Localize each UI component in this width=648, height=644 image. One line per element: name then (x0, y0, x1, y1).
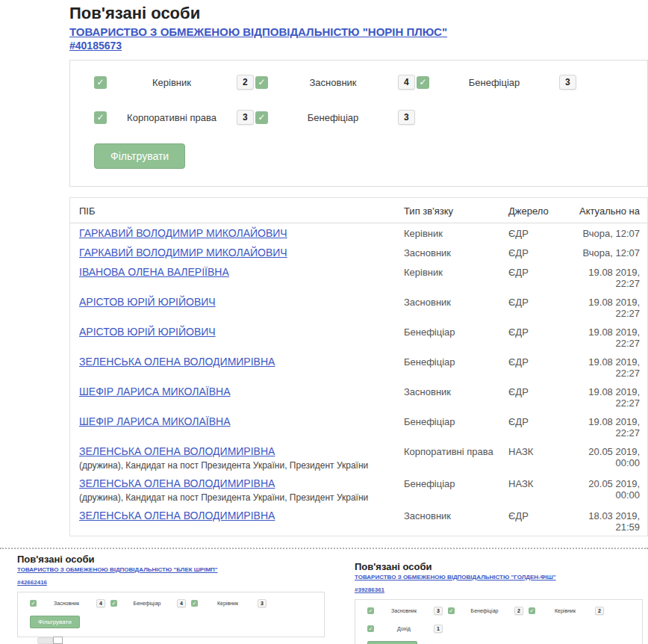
filter-options: ✓Засновник3✓Бенефіціар2✓Керівник2✓Дохід1 (367, 607, 638, 633)
company-code-link[interactable]: #39286361 (355, 586, 384, 594)
table-row: ШЕФІР ЛАРИСА МИКОЛАЇВНАБенефіціарЄДР19.0… (70, 412, 647, 442)
checkbox-checked[interactable]: ✓ (255, 76, 268, 89)
actual-date: 19.08 2019, 22:27 (579, 355, 640, 379)
bottom-panels: Пов'язані особи ТОВАРИСТВО З ОБМЕЖЕНОЮ В… (0, 549, 648, 644)
source: ЄДР (508, 385, 579, 397)
person-link[interactable]: ШЕФІР ЛАРИСА МИКОЛАЇВНА (79, 415, 231, 427)
person-name-cell: ШЕФІР ЛАРИСА МИКОЛАЇВНА (79, 385, 404, 398)
panel-title: Пов'язані особи (355, 561, 643, 572)
cutoff-box (53, 637, 63, 644)
person-link[interactable]: ЗЕЛЕНСЬКА ОЛЕНА ВОЛОДИМИРІВНА (79, 445, 275, 457)
related-persons-section-golden-fish: Пов'язані особи ТОВАРИСТВО З ОБМЕЖЕНОЮ В… (355, 561, 643, 644)
checkbox-checked[interactable]: ✓ (417, 76, 429, 89)
relation-type: Бенефіціар (404, 325, 508, 338)
filter-count-badge: 4 (398, 75, 415, 90)
company-code-link[interactable]: #40185673 (69, 40, 122, 52)
source: ЄДР (508, 226, 579, 239)
relation-type: Засновник (404, 509, 508, 521)
table-body: ГАРКАВИЙ ВОЛОДИМИР МИКОЛАЙОВИЧКерівникЄД… (70, 223, 647, 536)
source: НАЗК (508, 445, 579, 457)
relation-type: Бенефіціар (404, 477, 508, 489)
filter-option: ✓Керівник3 (191, 599, 272, 607)
person-link[interactable]: ЗЕЛЕНСЬКА ОЛЕНА ВОЛОДИМИРІВНА (79, 356, 275, 368)
person-link[interactable]: АРІСТОВ ЮРІЙ ЮРІЙОВИЧ (79, 296, 216, 308)
person-subtitle: (дружина), Кандидат на пост Президента У… (79, 460, 404, 471)
filter-label: Бенефіціар (461, 608, 508, 613)
filter-count-badge: 2 (514, 607, 523, 615)
person-name-cell: АРІСТОВ ЮРІЙ ЮРІЙОВИЧ (79, 325, 404, 338)
filter-button[interactable]: Фільтрувати (94, 143, 185, 169)
filter-count-badge: 1 (434, 625, 443, 633)
filter-button[interactable]: Фільтрувати (30, 616, 80, 628)
filter-panel: ✓Засновник4✓Бенефіціар4✓Керівник3 Фільтр… (17, 592, 325, 637)
filter-label: Засновник (43, 601, 90, 606)
table-row: ЗЕЛЕНСЬКА ОЛЕНА ВОЛОДИМИРІВНАЗасновникЄД… (70, 506, 647, 536)
checkbox-checked[interactable]: ✓ (367, 625, 374, 632)
person-link[interactable]: ЗЕЛЕНСЬКА ОЛЕНА ВОЛОДИМИРІВНА (79, 510, 275, 521)
checkbox-checked[interactable]: ✓ (255, 111, 268, 124)
related-persons-table: ПІБ Тип зв'язку Джерело Актуально на ГАР… (69, 197, 648, 536)
filter-option: ✓Керівник2 (94, 75, 255, 90)
company-link[interactable]: ТОВАРИСТВО З ОБМЕЖЕНОЮ ВІДПОВІДАЛЬНІСТЮ … (17, 566, 325, 574)
source: ЄДР (508, 246, 579, 258)
person-link[interactable]: АРІСТОВ ЮРІЙ ЮРІЙОВИЧ (79, 326, 216, 338)
filter-options: ✓Керівник2✓Засновник4✓Бенефіціар3✓Корпор… (94, 75, 640, 125)
person-link[interactable]: ІВАНОВА ОЛЕНА ВАЛЕРІЇВНА (79, 266, 229, 278)
filter-count-badge: 3 (258, 599, 267, 607)
actual-date: Вчора, 12:07 (579, 226, 640, 239)
filter-count-badge: 3 (398, 110, 415, 125)
source: ЄДР (508, 509, 579, 521)
company-link[interactable]: ТОВАРИСТВО З ОБМЕЖЕНОЮ ВІДПОВІДАЛЬНІСТЮ … (69, 25, 648, 39)
company-link[interactable]: ТОВАРИСТВО З ОБМЕЖЕНОЮ ВІДПОВІДАЛЬНІСТЮ … (355, 574, 643, 581)
checkbox-checked[interactable]: ✓ (191, 600, 198, 607)
actual-date: Вчора, 12:07 (579, 246, 640, 258)
person-link[interactable]: ЗЕЛЕНСЬКА ОЛЕНА ВОЛОДИМИРІВНА (79, 477, 275, 489)
checkbox-checked[interactable]: ✓ (448, 607, 455, 614)
filter-panel: ✓Керівник2✓Засновник4✓Бенефіціар3✓Корпор… (69, 60, 648, 187)
filter-option: ✓Бенефіціар2 (448, 607, 529, 615)
filter-option: ✓Засновник4 (255, 75, 417, 90)
person-name-cell: ГАРКАВИЙ ВОЛОДИМИР МИКОЛАЙОВИЧ (79, 226, 404, 240)
filter-label: Бенефіціар (438, 77, 550, 88)
col-header-date: Актуально на (579, 205, 640, 217)
source: ЄДР (508, 415, 579, 427)
col-header-type: Тип зв'язку (404, 205, 508, 217)
person-name-cell: ГАРКАВИЙ ВОЛОДИМИР МИКОЛАЙОВИЧ (79, 246, 404, 259)
checkbox-checked[interactable]: ✓ (367, 607, 374, 614)
person-subtitle: (дружина), Кандидат на пост Президента У… (79, 492, 404, 503)
filter-label: Засновник (277, 77, 389, 88)
source: НАЗК (508, 477, 579, 489)
checkbox-checked[interactable]: ✓ (94, 111, 107, 124)
relation-type: Засновник (404, 246, 508, 258)
filter-count-badge: 2 (237, 75, 254, 90)
filter-label: Бенефіціар (123, 601, 171, 606)
table-row: ШЕФІР ЛАРИСА МИКОЛАЇВНАЗасновникЄДР19.08… (70, 382, 647, 412)
checkbox-checked[interactable]: ✓ (529, 607, 535, 614)
actual-date: 19.08 2019, 22:27 (579, 295, 640, 319)
filter-button[interactable]: Фільтрувати (367, 641, 417, 644)
filter-count-badge: 4 (96, 599, 105, 607)
table-row: АРІСТОВ ЮРІЙ ЮРІЙОВИЧБенефіціарЄДР19.08 … (70, 322, 647, 352)
col-header-name: ПІБ (79, 205, 404, 217)
person-name-cell: ІВАНОВА ОЛЕНА ВАЛЕРІЇВНА (79, 265, 404, 279)
person-link[interactable]: ШЕФІР ЛАРИСА МИКОЛАЇВНА (79, 386, 231, 397)
checkbox-checked[interactable]: ✓ (30, 600, 37, 607)
filter-option: ✓Бенефіціар3 (255, 110, 417, 125)
company-code-link[interactable]: #42662416 (17, 579, 47, 586)
filter-panel: ✓Засновник3✓Бенефіціар2✓Керівник2✓Дохід1… (355, 599, 643, 644)
checkbox-checked[interactable]: ✓ (110, 600, 117, 607)
page-title: Пов'язані особи (69, 4, 648, 23)
filter-label: Бенефіціар (277, 112, 389, 123)
filter-option: ✓Засновник4 (30, 599, 110, 607)
person-link[interactable]: ГАРКАВИЙ ВОЛОДИМИР МИКОЛАЙОВИЧ (79, 227, 287, 239)
filter-count-badge: 3 (237, 110, 254, 125)
source: ЄДР (508, 295, 579, 308)
checkbox-checked[interactable]: ✓ (94, 76, 107, 89)
panel-title: Пов'язані особи (17, 554, 325, 565)
person-link[interactable]: ГАРКАВИЙ ВОЛОДИМИР МИКОЛАЙОВИЧ (79, 247, 287, 258)
filter-label: Керівник (541, 608, 589, 613)
person-name-cell: АРІСТОВ ЮРІЙ ЮРІЙОВИЧ (79, 295, 404, 309)
table-row: ГАРКАВИЙ ВОЛОДИМИР МИКОЛАЙОВИЧЗасновникЄ… (70, 243, 647, 262)
filter-option: ✓Дохід1 (367, 625, 448, 633)
relation-type: Бенефіціар (404, 355, 508, 368)
